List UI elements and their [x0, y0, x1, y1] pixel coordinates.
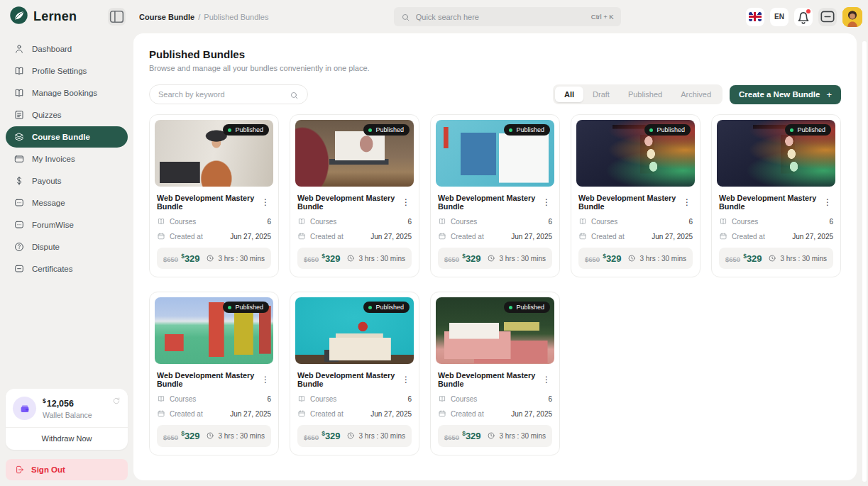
language-label: EN [774, 13, 784, 21]
status-dot-icon [649, 128, 653, 132]
refresh-icon[interactable] [112, 395, 121, 404]
notification-dot [806, 9, 811, 13]
created-date: Jun 27, 2025 [511, 233, 552, 241]
sidebar-item-my-invoices[interactable]: My Invoices [6, 148, 128, 170]
notifications-button[interactable] [794, 8, 813, 26]
clock-icon [346, 254, 355, 263]
controls-row: All Draft Published Archived Create a Ne… [149, 84, 841, 104]
withdraw-now-button[interactable]: Withdraw Now [6, 428, 128, 450]
card-menu-button[interactable]: ⋮ [400, 198, 412, 206]
wallet-amount: $12,056 [43, 397, 92, 409]
sidebar-item-dashboard[interactable]: Dashboard [6, 38, 128, 60]
card-menu-button[interactable]: ⋮ [822, 198, 833, 206]
user-avatar[interactable] [842, 7, 862, 27]
bundle-card-body: Web Development Mastery Bundle ⋮ Courses… [436, 364, 554, 446]
messages-button[interactable] [818, 8, 837, 26]
quick-search-input[interactable] [416, 13, 586, 21]
courses-label: Courses [451, 395, 477, 403]
status-badge: Published [363, 302, 410, 313]
clock-icon [487, 254, 495, 263]
card-menu-button[interactable]: ⋮ [541, 375, 552, 384]
sidebar-item-label: Payouts [32, 177, 62, 185]
card-menu-button[interactable]: ⋮ [260, 198, 271, 206]
sidebar-item-label: ForumWise [32, 221, 74, 229]
sidebar-item-certificates[interactable]: Certificates [6, 258, 128, 280]
price-group: $650 $329 [304, 253, 341, 264]
sidebar-item-message[interactable]: Message [6, 192, 128, 214]
duration: 3 hrs : 30 mins [768, 254, 827, 263]
sidebar-item-manage-bookings[interactable]: Manage Bookings [6, 82, 128, 104]
book-icon [438, 217, 446, 226]
status-badge-label: Published [375, 304, 404, 311]
bundle-card[interactable]: Published Web Development Mastery Bundle… [430, 114, 560, 277]
tab-all[interactable]: All [555, 87, 583, 102]
keyword-search[interactable] [149, 84, 308, 104]
wallet-card: $12,056 Wallet Balance Withdraw Now [6, 389, 128, 450]
sidebar-item-quizzes[interactable]: Quizzes [6, 104, 128, 126]
sidebar-item-forumwise[interactable]: ForumWise [6, 214, 128, 236]
sidebar-item-icon [13, 131, 25, 143]
created-label: Created at [310, 410, 344, 418]
brand-logo-icon [9, 6, 28, 28]
bundle-card[interactable]: Published Web Development Mastery Bundle… [290, 292, 419, 455]
courses-row: Courses 6 [157, 217, 271, 226]
brand-logo[interactable]: Lernen [9, 6, 108, 28]
sidebar-item-profile-settings[interactable]: Profile Settings [6, 60, 128, 82]
bundle-card[interactable]: Published Web Development Mastery Bundle… [290, 114, 419, 277]
card-footer: $650 $329 3 hrs : 30 mins [438, 248, 552, 269]
language-flag-button[interactable] [746, 8, 764, 26]
price-group: $650 $329 [163, 430, 200, 441]
brand-name: Lernen [33, 9, 77, 24]
sidebar-item-icon [13, 197, 25, 209]
bundle-thumbnail: Published [155, 297, 273, 364]
card-menu-button[interactable]: ⋮ [541, 198, 552, 206]
bundle-card-body: Web Development Mastery Bundle ⋮ Courses… [295, 187, 414, 269]
bundle-card[interactable]: Published Web Development Mastery Bundle… [430, 292, 560, 455]
breadcrumb-page[interactable]: Published Bundles [204, 13, 268, 21]
duration: 3 hrs : 30 mins [487, 254, 546, 263]
create-bundle-button[interactable]: Create a New Bundle + [730, 85, 841, 104]
sidebar-item-payouts[interactable]: Payouts [6, 170, 128, 192]
bundle-card[interactable]: Published Web Development Mastery Bundle… [711, 114, 841, 277]
language-button[interactable]: EN [770, 8, 789, 26]
status-dot-icon [368, 128, 372, 132]
sign-out-button[interactable]: Sign Out [6, 459, 128, 480]
bundle-card-body: Web Development Mastery Bundle ⋮ Courses… [717, 187, 835, 269]
courses-label: Courses [170, 218, 196, 226]
created-date: Jun 27, 2025 [370, 410, 412, 418]
created-date: Jun 27, 2025 [370, 233, 412, 241]
sidebar-item-dispute[interactable]: Dispute [6, 236, 128, 258]
tab-archived[interactable]: Archived [671, 87, 720, 102]
tab-draft[interactable]: Draft [583, 87, 619, 102]
courses-count: 6 [407, 395, 412, 403]
courses-label: Courses [451, 218, 477, 226]
card-menu-button[interactable]: ⋮ [260, 375, 271, 384]
duration: 3 hrs : 30 mins [346, 431, 405, 440]
bundle-card[interactable]: Published Web Development Mastery Bundle… [149, 114, 279, 277]
card-menu-button[interactable]: ⋮ [681, 198, 693, 206]
status-dot-icon [228, 306, 231, 309]
calendar-icon [157, 409, 165, 418]
card-menu-button[interactable]: ⋮ [400, 375, 412, 384]
plus-icon: + [826, 90, 832, 99]
sidebar-item-course-bundle[interactable]: Course Bundle [6, 126, 128, 148]
created-date: Jun 27, 2025 [511, 410, 552, 418]
status-badge: Published [785, 124, 831, 136]
tab-published[interactable]: Published [619, 87, 671, 102]
bundle-card[interactable]: Published Web Development Mastery Bundle… [571, 114, 701, 277]
book-icon [297, 217, 306, 226]
wallet-summary: $12,056 Wallet Balance [6, 389, 128, 427]
scrollbar-track[interactable] [862, 41, 867, 482]
courses-count: 6 [407, 218, 412, 226]
bundle-card[interactable]: Published Web Development Mastery Bundle… [149, 292, 279, 455]
quick-search[interactable]: Ctrl + K [394, 7, 621, 26]
sidebar-item-label: My Invoices [32, 155, 75, 163]
keyword-search-input[interactable] [158, 90, 284, 99]
duration-label: 3 hrs : 30 mins [358, 255, 405, 263]
main-column: Course Bundle / Published Bundles Ctrl +… [133, 0, 868, 486]
bundle-title: Web Development Mastery Bundle [719, 194, 822, 211]
clock-icon [768, 254, 776, 263]
breadcrumb-section[interactable]: Course Bundle [139, 13, 194, 21]
wallet-icon [13, 397, 36, 420]
sidebar-toggle-button[interactable] [108, 8, 126, 26]
